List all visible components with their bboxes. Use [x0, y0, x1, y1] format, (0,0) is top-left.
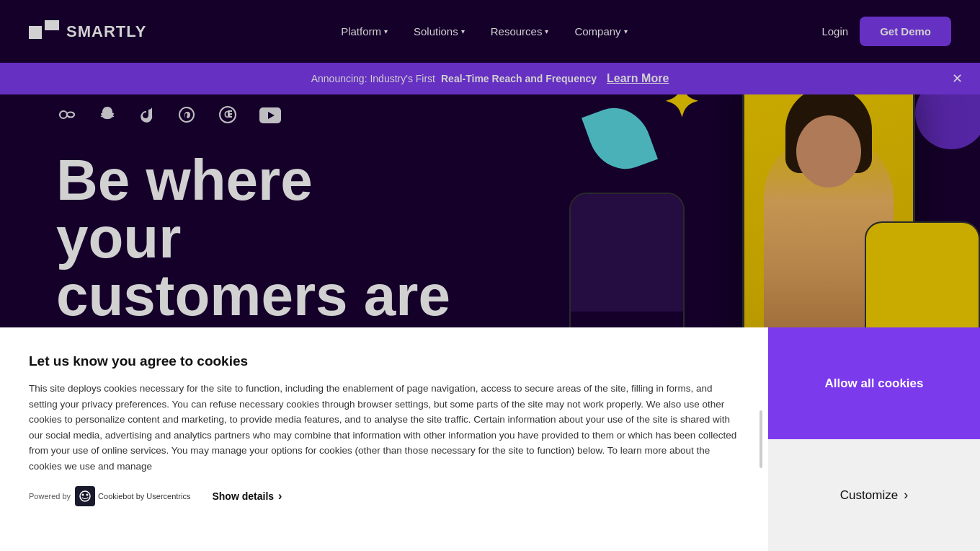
show-details-button[interactable]: Show details ›: [212, 490, 282, 503]
chevron-right-icon: ›: [904, 488, 908, 503]
scroll-indicator: [760, 410, 762, 468]
svg-point-9: [80, 491, 90, 501]
svg-point-10: [82, 493, 84, 495]
powered-by-text: Powered by: [29, 492, 71, 501]
cookie-footer: Powered by Cookiebot by Usercentrics Sho…: [29, 486, 739, 506]
svg-point-11: [86, 493, 89, 495]
customize-button[interactable]: Customize ›: [768, 439, 980, 551]
cookiebot-logo: Powered by Cookiebot by Usercentrics: [29, 486, 190, 506]
chevron-right-icon: ›: [278, 490, 282, 503]
cookie-body: This site deploys cookies necessary for …: [29, 381, 739, 475]
allow-all-cookies-button[interactable]: Allow all cookies: [768, 327, 980, 439]
cookiebot-icon: [75, 486, 95, 506]
cookiebot-brand-text: Cookiebot by Usercentrics: [98, 492, 190, 501]
cookie-actions: Allow all cookies Customize ›: [768, 327, 980, 551]
cookie-title: Let us know you agree to cookies: [29, 353, 739, 369]
cookie-banner: Let us know you agree to cookies This si…: [0, 327, 768, 551]
cookiebot-brand: Cookiebot by Usercentrics: [75, 486, 190, 506]
